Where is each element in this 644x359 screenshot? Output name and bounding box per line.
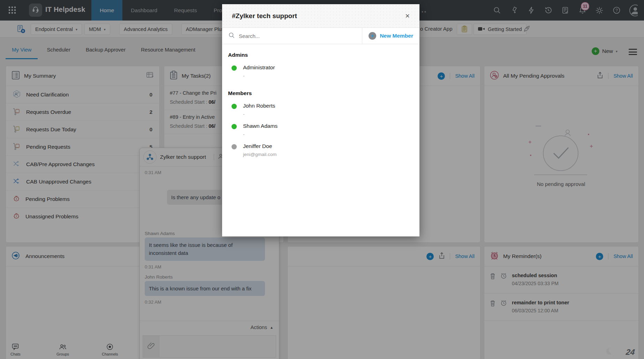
member-name: Shawn Adams bbox=[243, 123, 419, 129]
status-offline-dot bbox=[232, 144, 237, 149]
modal-title: #Zylker tech support bbox=[232, 12, 297, 20]
member-row[interactable]: Administrator - bbox=[222, 60, 419, 80]
plus-icon: + bbox=[369, 32, 376, 40]
member-row[interactable]: John Roberts - bbox=[222, 98, 419, 118]
member-row[interactable]: Jeniffer Doe jeni@gmail.com bbox=[222, 138, 419, 158]
members-section-heading: Members bbox=[228, 90, 419, 96]
member-detail: - bbox=[243, 73, 419, 78]
member-detail: - bbox=[243, 132, 419, 137]
member-detail: jeni@gmail.com bbox=[243, 152, 419, 157]
member-name: John Roberts bbox=[243, 103, 419, 109]
modal-search-row: + New Member bbox=[222, 28, 419, 44]
member-name: Administrator bbox=[243, 64, 419, 71]
member-row[interactable]: Shawn Adams - bbox=[222, 118, 419, 138]
modal-header: #Zylker tech support × bbox=[222, 4, 419, 28]
member-detail: - bbox=[243, 111, 419, 117]
new-member-button[interactable]: + New Member bbox=[362, 28, 419, 44]
status-online-dot bbox=[232, 104, 237, 109]
status-online-dot bbox=[232, 124, 237, 129]
channel-members-modal: #Zylker tech support × + New Member Admi… bbox=[222, 4, 419, 236]
member-search-input[interactable] bbox=[238, 33, 362, 39]
it-helpdesk-app: IT Helpdesk Home Dashboard Requests Prob… bbox=[0, 0, 644, 359]
search-icon bbox=[222, 32, 238, 40]
close-icon[interactable]: × bbox=[405, 12, 410, 20]
member-name: Jeniffer Doe bbox=[243, 143, 419, 149]
admins-section-heading: Admins bbox=[228, 52, 419, 58]
status-online-dot bbox=[232, 65, 237, 71]
